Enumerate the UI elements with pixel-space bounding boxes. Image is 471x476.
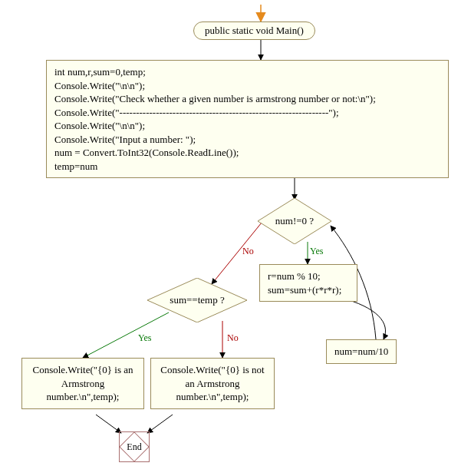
code-line: Console.Write("Input a number: "); — [54, 133, 440, 147]
code-line: Console.Write("-------------------------… — [54, 106, 440, 120]
code-line: int num,r,sum=0,temp; — [54, 65, 440, 79]
code-line: num=num/10 — [334, 345, 388, 357]
result-yes: Console.Write("{0} is an Armstrong numbe… — [21, 358, 144, 409]
edge-label-no: No — [227, 332, 239, 344]
code-line: sum=sum+(r*r*r); — [268, 283, 349, 297]
start-label: public static void Main() — [205, 25, 304, 36]
decision-loop-label: num!=0 ? — [275, 215, 314, 227]
start-node: public static void Main() — [193, 21, 315, 40]
end-node: End — [119, 431, 150, 462]
svg-line-4 — [212, 223, 262, 284]
end-label: End — [127, 441, 141, 453]
edge-label-no: No — [242, 246, 254, 257]
edge-label-yes: Yes — [310, 246, 323, 257]
code-line: Console.Write("Check whether a given num… — [54, 92, 440, 106]
code-line: Console.Write("\n\n"); — [54, 119, 440, 133]
loop-body: r=num % 10; sum=sum+(r*r*r); — [259, 264, 357, 302]
code-line: Console.Write("{0} is an Armstrong numbe… — [33, 364, 133, 402]
code-line: Console.Write("{0} is not an Armstrong n… — [160, 364, 264, 402]
init-block: int num,r,sum=0,temp; Console.Write("\n\… — [46, 60, 449, 178]
svg-line-8 — [147, 415, 173, 433]
decision-result-label: sum==temp ? — [170, 294, 224, 306]
svg-line-7 — [96, 415, 121, 433]
code-line: r=num % 10; — [268, 269, 349, 283]
code-line: Console.Write("\n\n"); — [54, 79, 440, 93]
edge-label-yes: Yes — [138, 332, 151, 344]
code-line: temp=num — [54, 160, 440, 174]
code-line: num = Convert.ToInt32(Console.ReadLine()… — [54, 146, 440, 160]
result-no: Console.Write("{0} is not an Armstrong n… — [150, 358, 275, 409]
flowchart-canvas: public static void Main() int num,r,sum=… — [0, 0, 471, 476]
loop-step: num=num/10 — [326, 339, 397, 364]
decision-loop: num!=0 ? — [258, 198, 331, 244]
decision-result: sum==temp ? — [147, 278, 247, 322]
